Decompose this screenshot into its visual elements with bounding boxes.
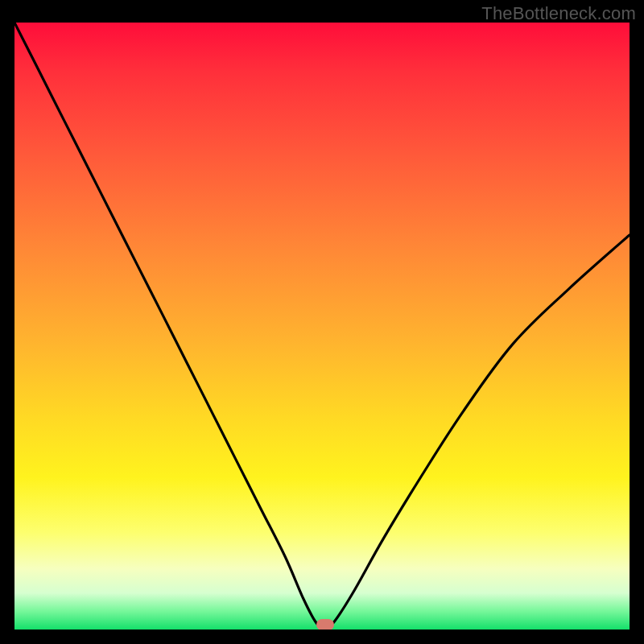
chart-frame: TheBottleneck.com: [0, 0, 644, 644]
watermark-text: TheBottleneck.com: [481, 3, 636, 24]
minimum-marker: [316, 619, 334, 630]
plot-area: [14, 23, 630, 630]
bottleneck-curve: [14, 23, 630, 630]
